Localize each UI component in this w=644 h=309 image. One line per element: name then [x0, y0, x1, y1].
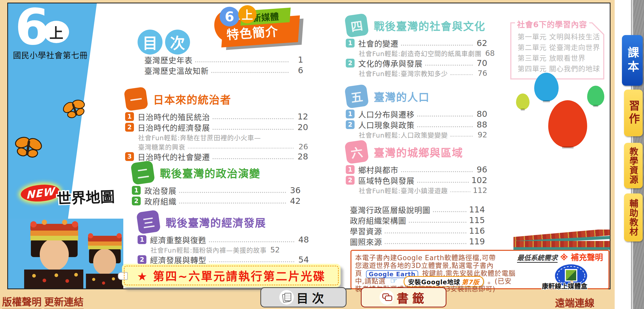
unit-header[interactable]: 六臺灣的城鄉與區域: [346, 141, 487, 163]
entry-label: 社會的變遷: [358, 37, 398, 49]
update-link[interactable]: 更新連結: [44, 294, 84, 309]
entry-label: 人口分布與遷移: [358, 108, 415, 120]
dotted-leader: [179, 192, 286, 193]
toc-entry[interactable]: 2文化的傳承與發展70: [346, 58, 487, 68]
bookmark-tab-label: 書籤: [397, 289, 428, 306]
banner-message: 第四~六單元請執行第二片光碟: [153, 270, 326, 283]
remote-connection-link[interactable]: 遠端連線: [555, 295, 594, 309]
semester-label: 上: [49, 22, 63, 42]
unit-header[interactable]: 二戰後臺灣的政治演變: [132, 162, 301, 184]
entry-number-badge: 1: [346, 165, 355, 174]
toc-fun-entry[interactable]: 社會Fun輕鬆:臺灣宗教知多少76: [359, 69, 487, 77]
toc-entry[interactable]: 1經濟重整與復甦48: [138, 235, 309, 245]
unit-icon: 四: [344, 13, 369, 38]
dotted-leader: [209, 261, 294, 262]
entry-page-number: 114: [469, 205, 485, 214]
world-map-link[interactable]: 世界地圖: [56, 185, 115, 208]
entry-page-number: 119: [469, 237, 485, 246]
unit-icon: 六: [344, 140, 369, 164]
unit-header[interactable]: 五臺灣的人口: [346, 85, 487, 108]
dotted-leader: [450, 191, 470, 192]
entry-label: 鄉村與都市: [358, 164, 398, 175]
dotted-leader: [213, 118, 294, 119]
toc-entry[interactable]: 臺灣行政區層級說明圖114: [350, 205, 485, 214]
toc-fun-entry[interactable]: 社會Fun輕鬆:人口政策變變變92: [359, 130, 487, 139]
toc-fun-entry[interactable]: 社會Fun輕鬆:臺灣小鎮漫遊趣112: [359, 186, 487, 194]
entry-label: 社會Fun輕鬆:臺灣小鎮漫遊趣: [359, 186, 448, 195]
dotted-leader: [417, 116, 473, 117]
min-system-requirements-link[interactable]: 最低系統需求: [517, 252, 558, 263]
temple-roof-photo: [513, 230, 610, 250]
toc-entry[interactable]: 2區域特色與發展102: [346, 175, 487, 185]
toc-fun-entry[interactable]: 臺灣糖業的興衰26: [138, 142, 308, 151]
dotted-leader: [401, 171, 473, 172]
entry-label: 日治時代的殖民統治: [138, 111, 210, 122]
entry-page-number: 28: [296, 152, 308, 162]
unit-title: 臺灣的城鄉與區域: [374, 144, 463, 160]
entry-page-number: 62: [475, 38, 487, 48]
sky-lantern-blue-image: [534, 73, 559, 101]
dotted-leader: [179, 203, 286, 204]
toc-entry[interactable]: 2政府組織42: [132, 196, 301, 206]
toc-entry[interactable]: 臺灣歷史年表1: [144, 55, 303, 65]
copyright-link[interactable]: 版權聲明: [2, 294, 42, 309]
dotted-leader: [433, 211, 466, 212]
entry-label: 臺灣歷史年表: [144, 54, 193, 65]
entry-page-number: 70: [475, 58, 487, 68]
entry-number-badge: 2: [138, 255, 146, 264]
entry-page-number: 102: [471, 175, 487, 185]
sidebar-tab-textbook[interactable]: 課本: [622, 35, 643, 86]
banner-text: ★第四~六單元請執行第二片光碟: [137, 267, 326, 284]
toc-entry[interactable]: 臺灣歷史溫故知新6: [144, 65, 303, 75]
entry-label: 政府組織: [144, 195, 177, 207]
entry-label: 圖照來源: [350, 236, 382, 247]
toc-fun-entry[interactable]: 社會Fun輕鬆:麵粉袋內褲—美援的故事52: [151, 245, 309, 254]
sidebar-tab-workbook[interactable]: 習作: [624, 90, 643, 136]
unit-title: 臺灣的人口: [374, 89, 430, 104]
sidebar-tab-supplementary-materials[interactable]: 輔助教材: [624, 193, 643, 241]
toc-entry[interactable]: 1日治時代的殖民統治12: [125, 112, 308, 122]
entry-label: 社會Fun輕鬆:創造奇幻空間的紙風車劇團: [359, 49, 482, 58]
sidebar-tab-teaching-resources[interactable]: 教學資源: [624, 143, 643, 188]
grade-number: 6: [15, 0, 49, 55]
unit-icon: 三: [136, 210, 161, 234]
entry-page-number: 52: [270, 245, 280, 254]
toc-entry[interactable]: 3日治時代的社會變遷28: [125, 152, 308, 162]
toc-entry[interactable]: 政府組織架構圖115: [350, 215, 485, 225]
toc-entry[interactable]: 2經濟發展與轉型54: [138, 255, 309, 265]
unit-title: 戰後臺灣的政治演變: [160, 165, 260, 180]
toc-entry[interactable]: 1社會的變遷62: [346, 38, 487, 48]
toc-entry[interactable]: 2日治時代的經濟發展20: [125, 122, 308, 132]
dotted-leader: [385, 243, 466, 244]
entry-page-number: 92: [475, 130, 487, 139]
toc-entry[interactable]: 1人口分布與遷移80: [346, 109, 487, 119]
toc-entry[interactable]: 圖照來源119: [350, 237, 485, 246]
unit-header[interactable]: 四戰後臺灣的社會與文化: [346, 14, 487, 37]
unit-header[interactable]: 三戰後臺灣的經濟發展: [138, 211, 309, 233]
sky-lantern-green-image: [587, 86, 604, 106]
toc-tab-button[interactable]: 目次: [260, 287, 347, 307]
toc-fun-entry[interactable]: 社會Fun輕鬆:奔馳在甘蔗田裡的小火車—: [138, 133, 308, 142]
unit-block: 五臺灣的人口1人口分布與遷移802人口現象與政策88社會Fun輕鬆:人口政策變變…: [346, 85, 487, 140]
dotted-leader: [195, 61, 289, 62]
unit-header[interactable]: 一日本來的統治者: [125, 88, 308, 110]
sky-lantern-yellow-image: [516, 93, 530, 110]
toc-fun-entry[interactable]: 社會Fun輕鬆:創造奇幻空間的紙風車劇團68: [359, 49, 487, 57]
toc-title-char: 目: [138, 30, 162, 55]
toc-entry[interactable]: 2人口現象與政策88: [346, 120, 487, 130]
entry-number-badge: 3: [125, 152, 134, 161]
feature-intro-badge[interactable]: 特色簡介 新媒體 6 上: [214, 5, 305, 47]
entry-number-badge: 1: [346, 39, 355, 48]
toc-entry[interactable]: 1政治發展36: [132, 185, 301, 195]
bookmark-tab-button[interactable]: 書籤: [361, 287, 446, 307]
unit-title: 日本來的統治者: [153, 91, 231, 107]
entry-page-number: 36: [289, 185, 301, 195]
supplement-statement-link[interactable]: ※ 補充聲明: [560, 251, 603, 263]
unit-block: 四戰後臺灣的社會與文化1社會的變遷62社會Fun輕鬆:創造奇幻空間的紙風車劇團6…: [346, 14, 487, 78]
media-box-logo-label[interactable]: 康軒線上媒體盒: [533, 281, 596, 290]
entry-page-number: 96: [475, 165, 487, 174]
toc-entry[interactable]: 1鄉村與都市96: [346, 165, 487, 174]
toc-entry[interactable]: 學習資源116: [350, 226, 485, 236]
entry-page-number: 42: [289, 196, 301, 206]
entry-label: 學習資源: [350, 225, 382, 237]
